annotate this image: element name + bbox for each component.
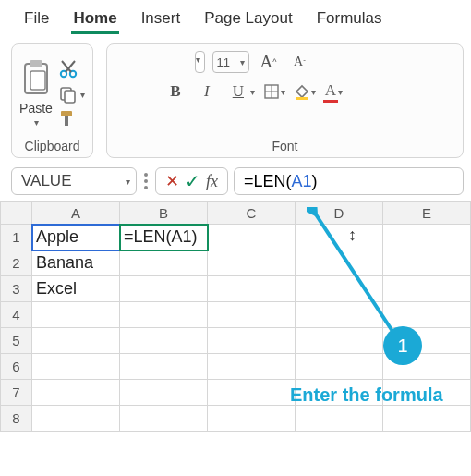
font-color-button[interactable]: A ▾ (323, 81, 343, 103)
chevron-down-icon: ▾ (80, 90, 85, 100)
cell-A5[interactable] (32, 328, 120, 354)
borders-button[interactable]: ▾ (262, 82, 285, 101)
cell-C2[interactable] (208, 250, 296, 276)
cell-D1[interactable] (296, 225, 383, 250)
row-header-8[interactable]: 8 (1, 406, 32, 432)
chevron-down-icon: ▾ (250, 87, 255, 97)
tab-insert[interactable]: Insert (139, 6, 183, 34)
tab-home[interactable]: Home (71, 6, 118, 34)
cut-button[interactable] (58, 59, 85, 79)
group-label-font: Font (115, 135, 455, 155)
cell-D3[interactable] (296, 276, 383, 302)
cell-B3[interactable] (120, 276, 208, 302)
chevron-down-icon: ▾ (126, 177, 130, 187)
cell-A7[interactable] (32, 380, 120, 406)
font-color-icon: A (323, 81, 338, 103)
grow-font-button[interactable]: A^ (257, 50, 281, 74)
copy-button[interactable]: ▾ (58, 85, 85, 104)
row-header-7[interactable]: 7 (1, 380, 32, 406)
select-all-corner[interactable] (1, 202, 32, 225)
paste-button[interactable]: Paste ▾ (19, 58, 53, 128)
row-header-2[interactable]: 2 (1, 250, 32, 276)
copy-icon (58, 85, 77, 104)
formula-bar-row: VALUE ▾ ✕ ✓ fx =LEN(A1) (0, 162, 471, 201)
tab-formulas[interactable]: Formulas (315, 6, 384, 34)
tab-page-layout[interactable]: Page Layout (202, 6, 294, 34)
cell-E2[interactable] (383, 250, 471, 276)
col-header-B[interactable]: B (120, 202, 208, 225)
cell-B1[interactable]: =LEN(A1) (120, 225, 208, 250)
cell-A1[interactable]: Apple (32, 225, 120, 250)
group-label-clipboard: Clipboard (19, 135, 85, 155)
row-header-5[interactable]: 5 (1, 328, 32, 354)
scissors-icon (58, 59, 78, 79)
svg-rect-10 (65, 116, 68, 126)
paste-label: Paste (19, 101, 53, 116)
row-header-4[interactable]: 4 (1, 302, 32, 328)
resize-cursor-icon: ↕ (348, 226, 356, 245)
row-header-6[interactable]: 6 (1, 354, 32, 380)
shrink-font-button[interactable]: Aˇ (288, 50, 312, 74)
bold-button[interactable]: B (163, 79, 187, 104)
cell-A4[interactable] (32, 302, 120, 328)
chevron-down-icon: ▾ (281, 87, 285, 97)
format-painter-button[interactable] (58, 109, 85, 128)
svg-rect-14 (296, 97, 308, 100)
cell-A2[interactable]: Banana (32, 250, 120, 276)
row-header-3[interactable]: 3 (1, 276, 32, 302)
bucket-icon (293, 82, 311, 101)
name-box[interactable]: VALUE ▾ (11, 167, 137, 195)
cell-A6[interactable] (32, 354, 120, 380)
cancel-formula-button[interactable]: ✕ (165, 171, 179, 191)
ribbon: Paste ▾ ▾ (0, 36, 471, 162)
fill-color-button[interactable]: ▾ (293, 82, 316, 101)
cell-A8[interactable] (32, 406, 120, 432)
col-header-D[interactable]: D (296, 202, 383, 225)
chevron-down-icon: ▾ (196, 55, 200, 65)
underline-button[interactable]: U▾ (226, 79, 255, 104)
borders-icon (262, 82, 281, 101)
svg-rect-9 (61, 111, 72, 116)
chevron-down-icon: ▾ (34, 117, 39, 128)
cell-E1[interactable] (383, 225, 471, 250)
formula-input[interactable]: =LEN(A1) (234, 167, 464, 195)
row-header-1[interactable]: 1 (1, 225, 32, 250)
annotation-text: Enter the formula (290, 384, 443, 406)
col-header-C[interactable]: C (208, 202, 296, 225)
chevron-down-icon: ▾ (311, 87, 316, 97)
cell-B2[interactable] (120, 250, 208, 276)
svg-rect-2 (30, 71, 45, 90)
chevron-down-icon: ▾ (338, 87, 343, 97)
ribbon-tabs: File Home Insert Page Layout Formulas (0, 0, 471, 36)
font-name-select[interactable]: ▾ (195, 51, 205, 73)
clipboard-icon (19, 58, 53, 99)
paintbrush-icon (58, 109, 77, 128)
cell-C1[interactable] (208, 225, 296, 250)
col-header-E[interactable]: E (383, 202, 471, 225)
chevron-down-icon: ▾ (240, 57, 245, 67)
col-header-A[interactable]: A (32, 202, 120, 225)
cell-E3[interactable] (383, 276, 471, 302)
cell-C3[interactable] (208, 276, 296, 302)
annotation-step-badge: 1 (383, 326, 422, 365)
separator-icon (144, 179, 148, 183)
font-size-select[interactable]: 11▾ (212, 51, 249, 73)
group-font: ▾ 11▾ A^ Aˇ B I U▾ ▾ ▾ A ▾ (106, 43, 464, 158)
cell-A3[interactable]: Excel (32, 276, 120, 302)
tab-file[interactable]: File (22, 6, 51, 34)
italic-button[interactable]: I (195, 79, 219, 104)
cell-D2[interactable] (296, 250, 383, 276)
accept-formula-button[interactable]: ✓ (185, 170, 200, 192)
svg-rect-8 (65, 91, 75, 103)
fx-button[interactable]: fx (206, 172, 218, 191)
group-clipboard: Paste ▾ ▾ (11, 43, 93, 158)
svg-rect-1 (30, 60, 42, 67)
